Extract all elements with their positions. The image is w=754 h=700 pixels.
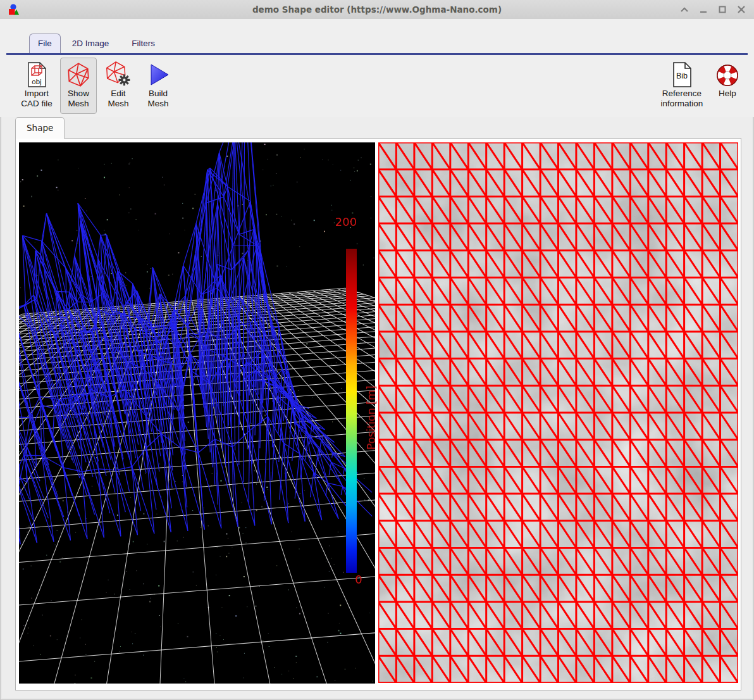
show-mesh-button[interactable]: Show Mesh [60,58,97,114]
tab-2d-image[interactable]: 2D Image [61,34,121,53]
tab-shape[interactable]: Shape [15,117,65,139]
import-cad-file-button[interactable]: obj Import CAD file [16,58,57,114]
edit-mesh-icon [105,61,132,89]
viewer-3d-canvas[interactable] [19,142,375,684]
show-mesh-icon [65,61,92,89]
title-bar: demo Shape editor (https://www.Oghma-Nan… [0,0,754,20]
maximize-icon [716,5,729,14]
tool-label: Help [719,89,736,99]
help-button[interactable]: Help [712,58,743,104]
bib-document-icon: Bib [670,61,694,89]
build-mesh-button[interactable]: Build Mesh [140,58,176,114]
lifebuoy-icon [714,61,741,89]
svg-text:obj: obj [32,78,41,85]
tool-label: Edit Mesh [102,89,134,109]
application-window: { "window": { "title": "demo Shape edito… [0,0,754,700]
reference-information-button[interactable]: Bib Reference information [655,58,709,114]
minimize-icon [697,5,710,14]
shade-button[interactable] [677,3,692,16]
edit-mesh-button[interactable]: Edit Mesh [100,58,137,114]
colorbar-max-label: 200 [327,215,365,228]
minimize-button[interactable] [696,3,711,16]
tool-label: Show Mesh [63,89,94,109]
shape-page: 200 0 Position [m] [15,138,741,691]
close-button[interactable] [734,3,749,16]
window-title: demo Shape editor (https://www.Oghma-Nan… [0,0,754,19]
svg-text:Bib: Bib [676,72,688,80]
colorbar-axis-label: Position [m] [365,385,378,449]
tool-label: Import CAD file [19,89,54,109]
obj-file-icon: obj [24,61,49,89]
window-controls [677,0,749,19]
gear-icon [119,74,130,85]
build-mesh-icon [145,61,171,89]
mesh-grid-lines [378,142,738,683]
tool-label: Build Mesh [142,89,174,109]
chevron-up-icon [678,5,691,14]
maximize-button[interactable] [715,3,730,16]
toolbar: obj Import CAD file Show Mesh [0,55,754,117]
mesh-2d-view[interactable] [378,142,738,683]
viewer-3d-panel[interactable]: 200 0 Position [m] [19,142,375,684]
tab-filters[interactable]: Filters [120,34,166,53]
main-tab-bar: File 2D Image Filters [0,19,754,55]
close-icon [735,5,748,14]
colorbar [346,249,357,573]
mesh-2d-panel[interactable] [378,142,738,683]
tool-label: Reference information [657,89,707,109]
tab-file[interactable]: File [29,34,61,53]
colorbar-min-label: 0 [346,573,371,586]
